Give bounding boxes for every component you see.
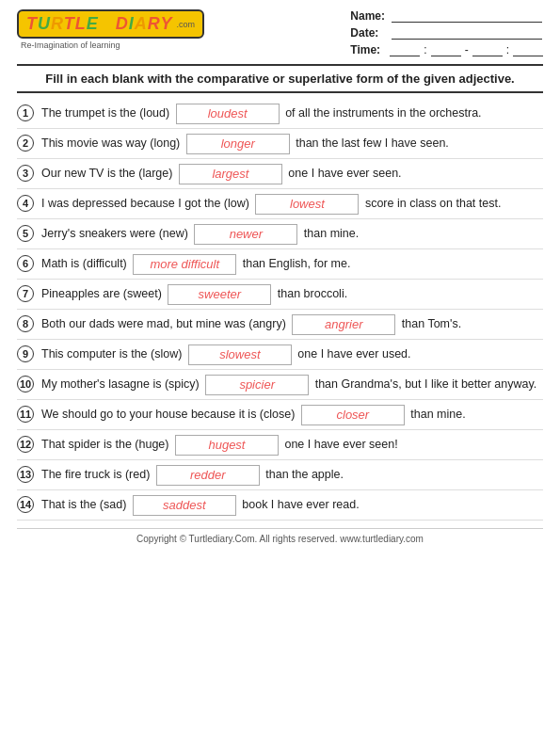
q-text: That spider is the (huge) hugest one I h… [41,435,543,456]
name-label: Name: [350,9,386,23]
answer-box: more difficult [133,254,236,275]
q-number: 4 [17,194,38,212]
q-text: Math is (difficult) more difficult than … [41,254,543,275]
q-number: 6 [17,254,38,272]
q-number: 11 [17,405,38,423]
instructions: Fill in each blank with the comparative … [17,64,543,93]
q-number: 14 [17,495,38,513]
answer-box: lowest [255,194,359,215]
logo-com: .com [176,20,195,29]
q-number: 3 [17,164,38,182]
q-text: The trumpet is the (loud) loudest of all… [41,104,543,124]
answer-box: newer [194,224,297,245]
answer-box: longer [186,134,290,154]
time-seg-4 [513,43,543,56]
answer-box: spicier [205,375,309,395]
question-item: 3Our new TV is the (large) largest one I… [17,159,543,189]
name-line [392,9,542,23]
q-number: 5 [17,224,38,242]
question-item: 9This computer is the (slow) slowest one… [17,340,543,370]
logo-tagline: Re-Imagination of learning [21,40,120,50]
date-line [392,26,542,40]
q-text: Jerry's sneakers were (new) newer than m… [41,224,543,245]
logo-text: TURTLE DIARY [26,14,172,34]
question-item: 11We should go to your house because it … [17,400,543,430]
q-text: My mother's lasagne is (spicy) spicier t… [41,375,543,395]
answer-box: redder [156,465,260,486]
header: TURTLE DIARY .com Re-Imagination of lear… [17,9,543,56]
q-text: Our new TV is the (large) largest one I … [41,164,543,184]
page: TURTLE DIARY .com Re-Imagination of lear… [0,0,560,753]
logo-box: TURTLE DIARY .com [17,9,204,39]
question-item: 7Pineapples are (sweet) sweeter than bro… [17,280,543,310]
date-row: Date: [350,26,543,40]
q-number: 10 [17,375,38,393]
answer-box: largest [179,164,282,184]
q-number: 8 [17,314,38,332]
q-text: This movie was way (long) longer than th… [41,134,543,154]
question-item: 8Both our dads were mad, but mine was (a… [17,310,543,340]
q-text: The fire truck is (red) redder than the … [41,465,543,486]
time-row: Time: : - : [350,43,543,56]
q-text: Both our dads were mad, but mine was (an… [41,314,543,335]
q-number: 13 [17,465,38,483]
name-fields: Name: Date: Time: : - : [350,9,543,56]
answer-box: hugest [175,435,279,456]
question-item: 14That is the (sad) saddest book I have … [17,490,543,521]
answer-box: saddest [133,495,236,516]
q-text: That is the (sad) saddest book I have ev… [41,495,543,516]
question-item: 5Jerry's sneakers were (new) newer than … [17,219,543,249]
time-seg-2 [431,43,461,56]
name-row: Name: [350,9,543,23]
date-label: Date: [350,26,386,40]
question-item: 1The trumpet is the (loud) loudest of al… [17,99,543,129]
answer-box: loudest [176,104,280,124]
q-text: Pineapples are (sweet) sweeter than broc… [41,284,543,305]
time-label: Time: [350,43,386,56]
question-item: 13The fire truck is (red) redder than th… [17,460,543,490]
question-item: 12That spider is the (huge) hugest one I… [17,430,543,460]
answer-box: slowest [188,344,292,365]
time-seg-1 [390,43,420,56]
q-text: This computer is the (slow) slowest one … [41,344,543,365]
q-number: 9 [17,344,38,362]
time-seg-3 [472,43,503,56]
answer-box: angrier [292,314,395,335]
q-text: We should go to your house because it is… [41,405,543,425]
logo-area: TURTLE DIARY .com Re-Imagination of lear… [17,9,204,50]
answer-box: closer [301,405,405,425]
question-item: 10My mother's lasagne is (spicy) spicier… [17,370,543,400]
answer-box: sweeter [168,284,271,305]
q-number: 7 [17,284,38,302]
q-number: 2 [17,134,38,152]
q-text: I was depressed because I got the (low) … [41,194,543,215]
footer: Copyright © Turtlediary.Com. All rights … [17,528,543,544]
q-number: 1 [17,104,38,121]
question-item: 2This movie was way (long) longer than t… [17,129,543,159]
q-number: 12 [17,435,38,453]
question-item: 6Math is (difficult) more difficult than… [17,249,543,280]
question-item: 4I was depressed because I got the (low)… [17,189,543,219]
question-list: 1The trumpet is the (loud) loudest of al… [17,99,543,521]
